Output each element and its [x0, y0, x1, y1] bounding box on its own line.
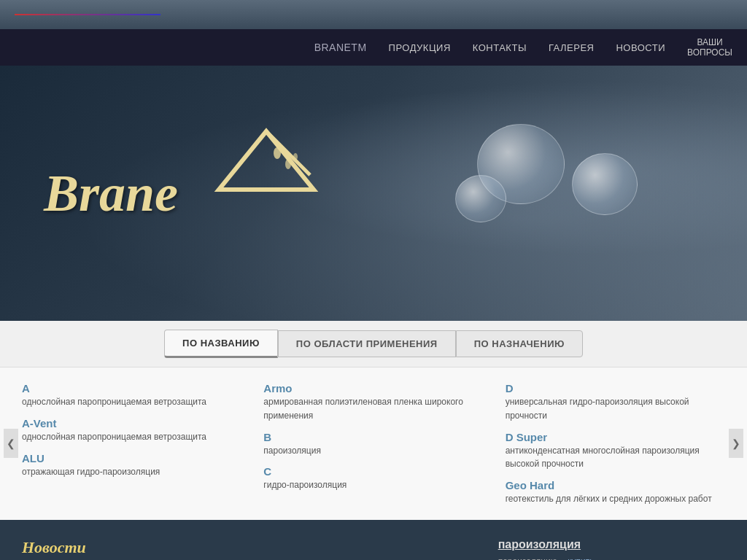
- product-col-2: Armo армированная полиэтиленовая пленка …: [263, 382, 483, 505]
- news-sidebar: пароизоляция пароизоляцию купить строите…: [498, 538, 725, 560]
- product-c: C гидро-пароизоляция: [263, 465, 483, 491]
- product-dsuper-desc: антиконденсатная многослойная пароизоляц…: [506, 446, 700, 470]
- product-d: D универсальная гидро-пароизоляция высок…: [506, 382, 725, 422]
- products-section: ❮ ❯ A однослойная паропроницаемая ветроз…: [0, 368, 747, 520]
- product-avent: A-Vent однослойная паропроницаемая ветро…: [22, 417, 241, 443]
- nav-gallery[interactable]: галерея: [549, 42, 595, 53]
- product-armo: Armo армированная полиэтиленовая пленка …: [263, 382, 483, 422]
- house-icon: [212, 124, 321, 233]
- product-alu: ALU отражающая гидро-пароизоляция: [22, 452, 241, 478]
- product-dsuper-link[interactable]: D Super: [506, 431, 725, 443]
- tab-by-name[interactable]: ПО НАЗВАНИЮ: [164, 330, 278, 358]
- product-col-3: D универсальная гидро-пароизоляция высок…: [506, 382, 725, 505]
- hero-banner: Brane: [0, 66, 747, 321]
- top-bar: [0, 0, 747, 29]
- product-avent-desc: однослойная паропроницаемая ветрозащита: [22, 432, 206, 442]
- nav-contacts[interactable]: контакты: [473, 42, 527, 53]
- tab-by-purpose[interactable]: ПО НАЗНАЧЕНИЮ: [456, 330, 583, 357]
- news-main: Новости ❯❯ ВСЕ НОВОСТИ Участие продукции…: [22, 538, 476, 560]
- svg-point-4: [293, 153, 298, 160]
- news-tag-row: пароизоляцию купить: [498, 554, 725, 560]
- product-c-link[interactable]: C: [263, 465, 483, 478]
- product-b: B пароизоляция: [263, 431, 483, 457]
- droplet-3: [455, 175, 506, 222]
- news-action-buy[interactable]: купить: [568, 556, 594, 560]
- nav-arrow-left[interactable]: ❮: [4, 429, 18, 458]
- hero-logo: Brane: [0, 134, 222, 253]
- droplet-2: [572, 153, 638, 215]
- product-avent-link[interactable]: A-Vent: [22, 417, 241, 429]
- svg-point-3: [285, 159, 291, 169]
- product-alu-desc: отражающая гидро-пароизоляция: [22, 467, 160, 477]
- news-tag-sub[interactable]: пароизоляцию: [498, 556, 557, 560]
- product-a-link[interactable]: A: [22, 382, 241, 394]
- product-col-1: A однослойная паропроницаемая ветрозащит…: [22, 382, 241, 505]
- product-geohard-desc: геотекстиль для лёгких и средних дорожны…: [506, 494, 712, 504]
- main-nav: BraneTM продукция контакты галерея новос…: [0, 29, 747, 66]
- nav-brand[interactable]: BraneTM: [314, 42, 367, 53]
- nav-products[interactable]: продукция: [389, 42, 451, 53]
- product-geohard: Geo Hard геотекстиль для лёгких и средни…: [506, 479, 725, 505]
- product-geohard-link[interactable]: Geo Hard: [506, 479, 725, 491]
- product-b-desc: пароизоляция: [263, 446, 321, 456]
- product-c-desc: гидро-пароизоляция: [263, 480, 347, 490]
- product-d-link[interactable]: D: [506, 382, 725, 394]
- product-armo-desc: армированная полиэтиленовая пленка широк…: [263, 397, 463, 421]
- news-title: Новости: [22, 538, 476, 557]
- news-tag-paroizol[interactable]: пароизоляция: [498, 538, 725, 551]
- product-armo-link[interactable]: Armo: [263, 382, 483, 394]
- tab-by-area[interactable]: ПО ОБЛАСТИ ПРИМЕНЕНИЯ: [278, 330, 456, 357]
- product-alu-link[interactable]: ALU: [22, 452, 241, 464]
- product-d-desc: универсальная гидро-пароизоляция высокой…: [506, 397, 689, 421]
- product-b-link[interactable]: B: [263, 431, 483, 443]
- svg-point-2: [274, 147, 281, 159]
- product-a-desc: однослойная паропроницаемая ветрозащита: [22, 397, 206, 407]
- nav-vashi[interactable]: ВАШИ ВОПРОСЫ: [687, 37, 732, 58]
- product-dsuper: D Super антиконденсатная многослойная па…: [506, 431, 725, 471]
- news-section: Новости ❯❯ ВСЕ НОВОСТИ Участие продукции…: [0, 520, 747, 560]
- nav-arrow-right[interactable]: ❯: [729, 429, 743, 458]
- filter-tabs: ПО НАЗВАНИЮ ПО ОБЛАСТИ ПРИМЕНЕНИЯ ПО НАЗ…: [0, 321, 747, 368]
- nav-news[interactable]: новости: [616, 42, 665, 53]
- product-a: A однослойная паропроницаемая ветрозащит…: [22, 382, 241, 408]
- top-bar-line: [15, 14, 160, 15]
- svg-marker-0: [219, 131, 314, 190]
